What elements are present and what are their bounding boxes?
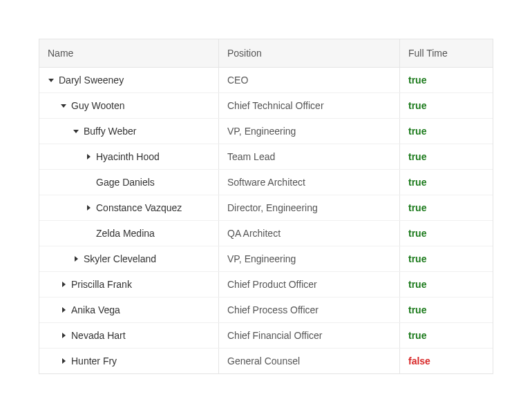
fulltime-cell: true — [400, 170, 493, 195]
row-position-label: Team Lead — [227, 151, 275, 162]
name-cell: Nevada Hart — [39, 323, 219, 348]
position-cell: Software Architect — [219, 170, 400, 195]
fulltime-cell: true — [400, 297, 493, 322]
row-name-label: Hunter Fry — [71, 355, 117, 367]
tree-row[interactable]: Anika VegaChief Process Officertrue — [39, 297, 493, 323]
row-name-label: Priscilla Frank — [71, 279, 132, 290]
tree-row[interactable]: Hunter FryGeneral Counselfalse — [39, 349, 493, 373]
fulltime-cell: true — [400, 119, 493, 144]
column-header-name[interactable]: Name — [39, 39, 219, 67]
indent-spacer — [48, 361, 60, 362]
row-position-label: Chief Technical Officer — [227, 100, 324, 111]
row-fulltime-label: true — [408, 228, 426, 239]
row-name-label: Zelda Medina — [96, 228, 155, 239]
column-header-fulltime[interactable]: Full Time — [400, 39, 493, 67]
indent-spacer — [48, 131, 73, 132]
row-name-label: Guy Wooten — [71, 100, 125, 111]
fulltime-cell: true — [400, 144, 493, 169]
expand-toggle-collapsed-icon[interactable] — [60, 306, 67, 313]
row-position-label: General Counsel — [227, 355, 300, 367]
position-cell: QA Architect — [219, 221, 400, 246]
row-fulltime-label: true — [408, 253, 426, 264]
tree-row[interactable]: Daryl SweeneyCEOtrue — [39, 68, 493, 93]
row-fulltime-label: true — [408, 75, 426, 86]
svg-marker-1 — [61, 104, 66, 108]
row-fulltime-label: false — [408, 355, 430, 367]
row-position-label: VP, Engineering — [227, 253, 296, 264]
position-cell: Team Lead — [219, 144, 400, 169]
row-fulltime-label: true — [408, 304, 426, 315]
position-cell: General Counsel — [219, 349, 400, 373]
row-position-label: QA Architect — [227, 228, 281, 239]
tree-row[interactable]: Priscilla FrankChief Product Officertrue — [39, 272, 493, 297]
indent-spacer — [48, 157, 85, 157]
fulltime-cell: true — [400, 323, 493, 348]
position-cell: VP, Engineering — [219, 246, 400, 271]
svg-marker-3 — [87, 154, 91, 159]
position-cell: CEO — [219, 68, 400, 92]
row-name-label: Gage Daniels — [96, 177, 155, 188]
expand-toggle-collapsed-icon[interactable] — [85, 153, 92, 160]
tree-row[interactable]: Guy WootenChief Technical Officertrue — [39, 93, 493, 119]
svg-marker-2 — [73, 130, 79, 133]
fulltime-cell: true — [400, 272, 493, 297]
expand-toggle-expanded-icon[interactable] — [73, 128, 79, 135]
indent-spacer — [48, 208, 85, 208]
row-fulltime-label: true — [408, 202, 426, 213]
indent-spacer — [48, 310, 60, 311]
row-fulltime-label: true — [408, 100, 426, 111]
name-cell: Constance Vazquez — [39, 195, 219, 220]
expand-toggle-collapsed-icon[interactable] — [73, 255, 79, 262]
tree-row[interactable]: Hyacinth HoodTeam Leadtrue — [39, 144, 493, 170]
tree-row[interactable]: Constance VazquezDirector, Engineeringtr… — [39, 195, 493, 221]
row-name-label: Daryl Sweeney — [59, 75, 124, 86]
column-header-label: Position — [227, 48, 262, 59]
row-name-label: Skyler Cleveland — [84, 253, 156, 264]
fulltime-cell: true — [400, 68, 493, 92]
fulltime-cell: true — [400, 221, 493, 246]
row-name-label: Hyacinth Hood — [96, 151, 160, 162]
column-header-position[interactable]: Position — [219, 39, 400, 67]
tree-row[interactable]: Gage DanielsSoftware Architecttrue — [39, 170, 493, 195]
svg-marker-6 — [62, 282, 66, 287]
fulltime-cell: true — [400, 93, 493, 118]
expand-toggle-expanded-icon[interactable] — [60, 102, 67, 109]
row-position-label: Chief Product Officer — [227, 279, 317, 290]
tree-row[interactable]: Nevada HartChief Financial Officertrue — [39, 323, 493, 349]
tree-row[interactable]: Zelda MedinaQA Architecttrue — [39, 221, 493, 246]
svg-marker-8 — [62, 333, 66, 338]
grid-body: Daryl SweeneyCEOtrueGuy WootenChief Tech… — [39, 68, 493, 373]
position-cell: Director, Engineering — [219, 195, 400, 220]
indent-spacer — [48, 335, 60, 336]
indent-spacer — [48, 284, 60, 285]
row-fulltime-label: true — [408, 330, 426, 341]
expand-toggle-collapsed-icon[interactable] — [85, 204, 92, 211]
tree-grid: Name Position Full Time Daryl SweeneyCEO… — [39, 39, 493, 374]
row-name-label: Constance Vazquez — [96, 202, 182, 213]
name-cell: Skyler Cleveland — [39, 246, 219, 271]
name-cell: Guy Wooten — [39, 93, 219, 118]
indent-spacer — [48, 259, 73, 260]
position-cell: Chief Process Officer — [219, 297, 400, 322]
tree-row[interactable]: Skyler ClevelandVP, Engineeringtrue — [39, 246, 493, 272]
position-cell: Chief Technical Officer — [219, 93, 400, 118]
expand-toggle-collapsed-icon[interactable] — [60, 358, 67, 364]
fulltime-cell: true — [400, 246, 493, 271]
tree-row[interactable]: Buffy WeberVP, Engineeringtrue — [39, 119, 493, 144]
name-cell: Priscilla Frank — [39, 272, 219, 297]
name-cell: Zelda Medina — [39, 221, 219, 246]
indent-spacer — [48, 233, 85, 234]
row-fulltime-label: true — [408, 151, 426, 162]
fulltime-cell: false — [400, 349, 493, 373]
row-position-label: Software Architect — [227, 177, 305, 188]
fulltime-cell: true — [400, 195, 493, 220]
row-name-label: Buffy Weber — [84, 126, 137, 137]
header-row: Name Position Full Time — [39, 39, 493, 68]
svg-marker-4 — [87, 205, 91, 211]
name-cell: Anika Vega — [39, 297, 219, 322]
row-position-label: CEO — [227, 75, 248, 86]
expand-toggle-collapsed-icon[interactable] — [60, 281, 67, 288]
expand-toggle-collapsed-icon[interactable] — [60, 332, 67, 339]
expand-toggle-expanded-icon[interactable] — [48, 77, 55, 84]
column-header-label: Full Time — [408, 48, 448, 59]
